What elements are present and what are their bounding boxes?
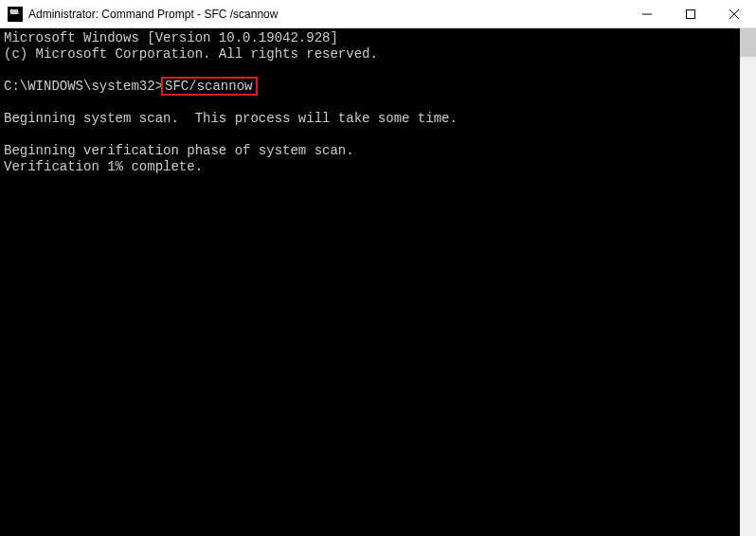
begin-scan-line: Beginning system scan. This process will… <box>4 111 736 127</box>
verify-phase-line: Beginning verification phase of system s… <box>4 143 736 159</box>
svg-rect-1 <box>687 9 695 18</box>
close-button[interactable] <box>712 0 756 27</box>
minimize-icon <box>642 9 652 19</box>
close-icon <box>729 9 739 19</box>
window-controls <box>625 0 756 27</box>
blank-line <box>4 127 736 143</box>
window-title: Administrator: Command Prompt - SFC /sca… <box>28 8 625 21</box>
cmd-icon <box>8 7 23 22</box>
command-highlight: SFC/scannow <box>161 77 258 96</box>
verify-pct-line: Verification 1% complete. <box>4 159 736 175</box>
minimize-button[interactable] <box>625 0 669 27</box>
maximize-icon <box>686 9 695 19</box>
scrollbar-thumb[interactable] <box>740 28 756 57</box>
prompt-line: C:\WINDOWS\system32>SFC/scannow <box>4 79 736 95</box>
terminal-output[interactable]: Microsoft Windows [Version 10.0.19042.92… <box>0 28 740 536</box>
terminal-container: Microsoft Windows [Version 10.0.19042.92… <box>0 28 756 536</box>
maximize-button[interactable] <box>669 0 712 27</box>
copyright-line: (c) Microsoft Corporation. All rights re… <box>4 46 736 63</box>
vertical-scrollbar[interactable] <box>740 28 756 536</box>
window-titlebar: Administrator: Command Prompt - SFC /sca… <box>0 0 756 28</box>
blank-line <box>4 63 736 79</box>
version-line: Microsoft Windows [Version 10.0.19042.92… <box>4 30 736 46</box>
prompt-prefix: C:\WINDOWS\system32> <box>4 79 163 94</box>
blank-line <box>4 95 736 111</box>
